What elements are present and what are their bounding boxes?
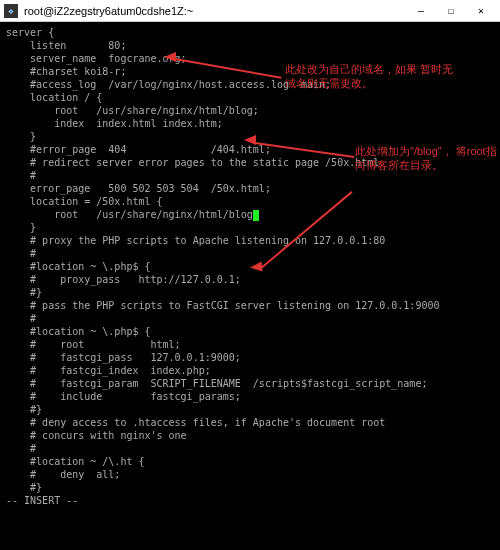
config-line: # deny access to .htaccess files, if Apa… [6, 416, 494, 429]
annotation-arrowhead [164, 52, 176, 62]
config-line: # [6, 442, 494, 455]
config-line: root /usr/share/nginx/html/blog [6, 208, 494, 221]
config-line: # proxy the PHP scripts to Apache listen… [6, 234, 494, 247]
annotation-arrowhead [250, 261, 263, 272]
annotation-text-2: 此处增加为"/blog"， 将root指向博客所在目录。 [355, 144, 500, 172]
config-line: location / { [6, 91, 494, 104]
config-line: # [6, 312, 494, 325]
config-line: # include fastcgi_params; [6, 390, 494, 403]
config-line: #} [6, 286, 494, 299]
window-controls: — ☐ ✕ [406, 0, 496, 22]
config-line: } [6, 221, 494, 234]
window-title: root@iZ2zegstry6atum0cdshe1Z:~ [24, 5, 406, 17]
config-line: # pass the PHP scripts to FastCGI server… [6, 299, 494, 312]
config-line: #} [6, 403, 494, 416]
text-cursor [253, 210, 259, 221]
config-line: #location ~ \.php$ { [6, 325, 494, 338]
app-icon: ❖ [4, 4, 18, 18]
config-line: # proxy_pass http://127.0.0.1; [6, 273, 494, 286]
config-line: server { [6, 26, 494, 39]
config-line: #} [6, 481, 494, 494]
config-line: root /usr/share/nginx/html/blog; [6, 104, 494, 117]
maximize-button[interactable]: ☐ [436, 0, 466, 22]
config-line: # concurs with nginx's one [6, 429, 494, 442]
config-line: # root html; [6, 338, 494, 351]
config-line: # [6, 247, 494, 260]
config-line: #location ~ /\.ht { [6, 455, 494, 468]
config-line: # fastcgi_param SCRIPT_FILENAME /scripts… [6, 377, 494, 390]
terminal-viewport[interactable]: server { listen 80; server_name fogcrane… [0, 22, 500, 550]
vim-mode-indicator: -- INSERT -- [6, 494, 494, 507]
config-line: # deny all; [6, 468, 494, 481]
config-line: index index.html index.htm; [6, 117, 494, 130]
minimize-button[interactable]: — [406, 0, 436, 22]
config-line: location = /50x.html { [6, 195, 494, 208]
close-button[interactable]: ✕ [466, 0, 496, 22]
annotation-text-1: 此处改为自己的域名，如果 暂时无域名则无需更改。 [285, 62, 455, 90]
config-line: # fastcgi_index index.php; [6, 364, 494, 377]
window-titlebar: ❖ root@iZ2zegstry6atum0cdshe1Z:~ — ☐ ✕ [0, 0, 500, 22]
config-line: listen 80; [6, 39, 494, 52]
config-line: error_page 500 502 503 504 /50x.html; [6, 182, 494, 195]
annotation-arrowhead [244, 135, 256, 145]
config-line: # fastcgi_pass 127.0.0.1:9000; [6, 351, 494, 364]
